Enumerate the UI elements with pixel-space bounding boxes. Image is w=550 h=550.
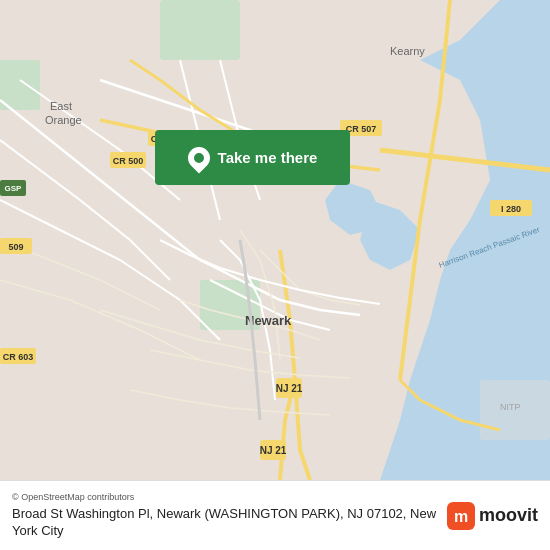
take-me-there-button[interactable]: Take me there — [155, 130, 350, 185]
moovit-brand-text: moovit — [479, 505, 538, 526]
take-me-there-label: Take me there — [218, 149, 318, 166]
svg-rect-2 — [0, 60, 40, 110]
map-background: CR 500 CR 650 CR 507 I 280 509 CR 603 NJ… — [0, 0, 550, 480]
svg-text:CR 603: CR 603 — [3, 352, 34, 362]
moovit-icon: m — [447, 502, 475, 530]
osm-credit-text: © OpenStreetMap contributors — [12, 492, 134, 502]
svg-rect-1 — [160, 0, 240, 60]
svg-text:Orange: Orange — [45, 114, 82, 126]
svg-text:CR 507: CR 507 — [346, 124, 377, 134]
svg-rect-28 — [480, 380, 550, 440]
svg-text:I 280: I 280 — [501, 204, 521, 214]
osm-credit: © OpenStreetMap contributors — [12, 492, 437, 502]
svg-text:509: 509 — [8, 242, 23, 252]
map-container: CR 500 CR 650 CR 507 I 280 509 CR 603 NJ… — [0, 0, 550, 480]
svg-text:GSP: GSP — [5, 184, 23, 193]
svg-text:m: m — [454, 508, 468, 525]
moovit-logo: m moovit — [447, 502, 538, 530]
address-section: © OpenStreetMap contributors Broad St Wa… — [12, 492, 437, 540]
svg-text:Kearny: Kearny — [390, 45, 425, 57]
address-text: Broad St Washington Pl, Newark (WASHINGT… — [12, 506, 437, 540]
svg-text:East: East — [50, 100, 72, 112]
location-pin-icon — [183, 142, 214, 173]
svg-text:NJ 21: NJ 21 — [276, 383, 303, 394]
svg-text:CR 500: CR 500 — [113, 156, 144, 166]
bottom-bar: © OpenStreetMap contributors Broad St Wa… — [0, 480, 550, 550]
svg-text:NJ 21: NJ 21 — [260, 445, 287, 456]
